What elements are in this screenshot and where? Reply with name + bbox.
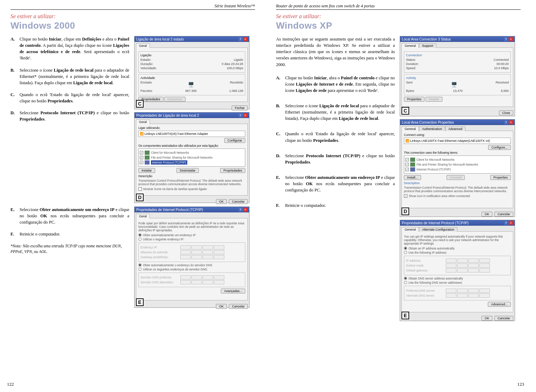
radio-icon[interactable] <box>404 247 407 250</box>
radio-auto-ip[interactable]: Obter automaticamente um endereço IP <box>138 233 245 237</box>
dialog-panel: Ligação Estado:Ligado Duração:0 dias 23:… <box>136 48 248 102</box>
radio-auto-dns[interactable]: Obter automaticamente o endereço do serv… <box>138 263 245 267</box>
radio-icon[interactable] <box>138 238 142 241</box>
radio-manual-dns[interactable]: Use the following DNS server addresses: <box>404 281 511 284</box>
step-letter: B. <box>276 103 282 122</box>
cancel-button[interactable]: Cancelar <box>229 199 248 204</box>
install-button[interactable]: Install... <box>404 175 421 180</box>
tab-general[interactable]: Geral <box>136 119 150 124</box>
tab-auth[interactable]: Authentication <box>419 126 445 131</box>
checkbox-icon[interactable]: ✓ <box>404 194 407 198</box>
tab-general[interactable]: Geral <box>136 214 150 218</box>
ip-input <box>446 289 490 293</box>
cancel-button[interactable]: Cancelar <box>494 212 513 217</box>
radio-manual-dns[interactable]: Utilizar os seguintes endereços de servi… <box>138 268 245 271</box>
uninstall-button[interactable]: Desinstalar <box>176 168 198 173</box>
checkbox-icon[interactable]: ✓ <box>405 163 409 166</box>
radio-icon[interactable] <box>138 263 142 267</box>
help-icon[interactable]: ? <box>238 37 242 41</box>
close-button[interactable]: Close <box>499 110 513 115</box>
cancel-button[interactable]: Cancelar <box>494 316 513 321</box>
checkbox-icon[interactable]: ✓ <box>140 151 143 154</box>
advanced-button[interactable]: Avançadas... <box>221 289 245 293</box>
components-list[interactable]: ✓Client for Microsoft Networks ✓File and… <box>404 155 511 174</box>
radio-auto-ip[interactable]: Obtain an IP address automatically <box>404 247 511 250</box>
description-label: Descrição <box>138 174 245 178</box>
list-item[interactable]: ✓File and Printer Sharing for Microsoft … <box>405 162 509 167</box>
window-controls: ?× <box>504 221 513 225</box>
checkbox-icon[interactable]: ✓ <box>405 158 409 161</box>
step-f: F.Reinicie o computador. <box>276 202 395 209</box>
configure-row: Configure... <box>404 145 511 150</box>
radio-icon[interactable] <box>404 281 407 284</box>
radio-icon[interactable] <box>138 268 142 271</box>
checkbox-icon[interactable]: ✓ <box>140 156 143 159</box>
tab-alt-config[interactable]: Alternate Configuration <box>419 227 457 232</box>
radio-icon[interactable] <box>138 233 142 237</box>
properties-button[interactable]: Properties <box>490 175 511 180</box>
configure-button[interactable]: Configurar <box>224 138 245 143</box>
help-icon[interactable]: ? <box>238 208 242 212</box>
close-icon[interactable]: × <box>243 208 247 212</box>
radio-icon[interactable] <box>404 277 407 280</box>
help-icon[interactable]: ? <box>504 37 508 41</box>
dialog-panel: Connection Status:Connected Duration:00:… <box>401 48 513 107</box>
close-button[interactable]: Fechar <box>232 106 248 110</box>
list-item[interactable]: ✓File and Printer Sharing for Microsoft … <box>140 155 244 160</box>
ok-button[interactable]: OK <box>216 199 227 204</box>
figure-label-c: C <box>401 107 409 115</box>
cancel-button[interactable]: Cancelar <box>229 304 248 309</box>
close-icon[interactable]: × <box>509 37 513 41</box>
intro-subtitle: Se estiver a utilizar: <box>276 13 521 20</box>
close-icon[interactable]: × <box>243 37 247 41</box>
connection-group: Connection Status:Connected Duration:00:… <box>404 51 511 73</box>
list-item[interactable]: ✓Internet Protocol (TCP/IP) <box>140 160 244 165</box>
tab-general[interactable]: General <box>401 126 419 131</box>
radio-manual-ip[interactable]: Utilizar o seguinte endereço IP: <box>138 238 245 241</box>
checkbox-icon[interactable] <box>138 187 142 191</box>
help-icon[interactable]: ? <box>504 221 508 225</box>
configure-button[interactable]: Configure... <box>488 145 511 150</box>
radio-manual-ip[interactable]: Use the following IP address: <box>404 251 511 254</box>
properties-button[interactable]: Propriedades <box>220 168 245 173</box>
gateway-field: Gateway predefinido: <box>140 255 243 259</box>
tab-general[interactable]: General <box>401 227 419 232</box>
checkbox-icon[interactable]: ✓ <box>140 161 143 164</box>
radio-icon[interactable] <box>404 251 407 254</box>
help-icon[interactable]: ? <box>238 113 242 117</box>
tab-general[interactable]: Geral <box>136 43 150 48</box>
ip-input <box>180 250 224 254</box>
list-item[interactable]: ✓Client for Microsoft Networks <box>405 158 509 162</box>
uninstall-button[interactable]: Uninstall <box>447 175 465 180</box>
button-row: Propriedades Desactivar <box>138 97 245 102</box>
close-icon[interactable]: × <box>509 120 513 124</box>
ip-input <box>446 263 490 268</box>
radio-auto-dns[interactable]: Obtain DNS server address automatically <box>404 277 511 280</box>
close-icon[interactable]: × <box>243 113 247 117</box>
tab-general[interactable]: General <box>401 43 419 48</box>
show-icon-checkbox[interactable]: Mostrar ícone na barra de tarefas quando… <box>138 187 245 191</box>
close-icon[interactable]: × <box>509 221 513 225</box>
checkbox-icon[interactable]: ✓ <box>405 168 409 171</box>
tab-support[interactable]: Support <box>419 43 436 48</box>
step-d: D.Seleccione Protocolo Internet (TCP/IP)… <box>276 153 395 165</box>
ok-button[interactable]: OK <box>481 212 492 217</box>
ok-button[interactable]: OK <box>216 304 227 309</box>
properties-button[interactable]: Properties <box>404 97 425 102</box>
list-item[interactable]: ✓Internet Protocol (TCP/IP) <box>405 167 509 172</box>
help-icon[interactable]: ? <box>504 120 508 124</box>
step-body: Seleccione Protocolo Internet (TCP/IP) e… <box>20 110 129 122</box>
dialog-description: You can get IP settings assigned automat… <box>404 235 511 246</box>
disable-button[interactable]: Desactivar <box>164 97 186 102</box>
adapter-icon: 📶 <box>140 132 144 136</box>
install-button[interactable]: Instalar <box>138 168 155 173</box>
text-col: As instruções que se seguem assumem que … <box>276 36 395 321</box>
advanced-button[interactable]: Advanced... <box>488 302 511 307</box>
list-item[interactable]: ✓Client for Microsoft Networks <box>140 151 244 155</box>
show-icon-checkbox[interactable]: ✓Show icon in notification area when con… <box>404 194 511 198</box>
step-body: Seleccione o ícone Ligação de rede local… <box>285 103 395 122</box>
components-list[interactable]: ✓Client for Microsoft Networks ✓File and… <box>138 148 245 167</box>
disable-button[interactable]: Disable <box>426 97 442 102</box>
ok-button[interactable]: OK <box>481 316 492 321</box>
tab-advanced[interactable]: Advanced <box>445 126 465 131</box>
